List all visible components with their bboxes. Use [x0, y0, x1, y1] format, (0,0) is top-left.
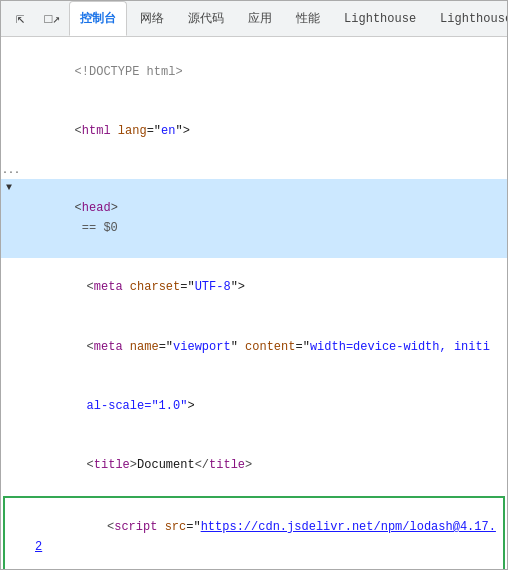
tab-sources[interactable]: 应用	[237, 1, 283, 36]
tab-cursor[interactable]: ⇱	[5, 1, 35, 36]
line-title[interactable]: <title>Document</title>	[13, 437, 507, 496]
lodash-url[interactable]: https://cdn.jsdelivr.net/npm/lodash@4.17…	[35, 520, 496, 554]
toggle-ellipsis[interactable]: ...	[1, 162, 21, 180]
line-head-open[interactable]: ▼ <head> == $0	[1, 179, 507, 258]
devtools-window: ⇱ □↗ 控制台 网络 源代码 应用 性能 Lighthouse Lightho…	[1, 1, 507, 570]
line-meta-charset[interactable]: <meta charset="UTF-8">	[13, 258, 507, 317]
toggle-doctype	[1, 43, 17, 44]
toggle-meta-viewport	[13, 318, 29, 319]
script-lodash-block: <script src="https://cdn.jsdelivr.net/np…	[3, 496, 505, 570]
line-meta-viewport-1[interactable]: <meta name="viewport" content="width=dev…	[13, 318, 507, 377]
tab-console[interactable]: 网络	[129, 1, 175, 36]
tab-elements[interactable]: 控制台	[69, 1, 127, 36]
tab-bar: ⇱ □↗ 控制台 网络 源代码 应用 性能 Lighthouse Lightho…	[1, 1, 507, 37]
toggle-meta-charset	[13, 258, 29, 259]
tab-performance[interactable]: Lighthouse	[333, 1, 427, 36]
line-html-open[interactable]: <html lang="en">	[1, 102, 507, 161]
toggle-head[interactable]: ▼	[1, 179, 17, 197]
tab-application[interactable]: 性能	[285, 1, 331, 36]
toggle-html	[1, 102, 17, 103]
line-meta-viewport-2[interactable]: al-scale="1.0">	[13, 377, 507, 436]
tab-network[interactable]: 源代码	[177, 1, 235, 36]
line-script-lodash-1[interactable]: <script src="https://cdn.jsdelivr.net/np…	[17, 498, 503, 570]
line-doctype[interactable]: <!DOCTYPE html>	[1, 43, 507, 102]
line-ellipsis[interactable]: ...	[1, 162, 507, 180]
tab-inspect[interactable]: □↗	[37, 1, 67, 36]
tab-lighthouse[interactable]: Lighthouse	[429, 1, 508, 36]
code-panel: <!DOCTYPE html> <html lang="en"> ... ▼ <…	[1, 37, 507, 570]
